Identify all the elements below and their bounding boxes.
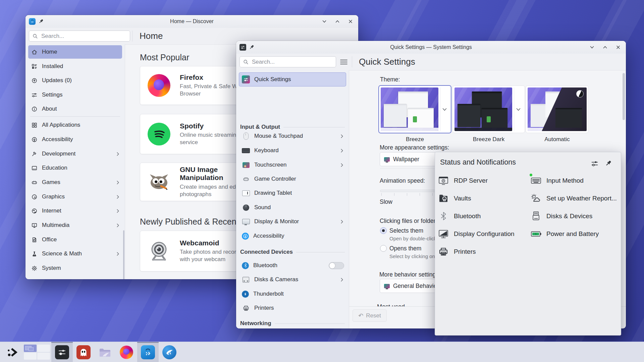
multimedia-icon	[31, 222, 38, 229]
sidebar-item-sound[interactable]: Sound	[239, 201, 346, 214]
pager-desktop-2[interactable]	[37, 345, 50, 352]
sidebar-item-keyboard[interactable]: Keyboard	[239, 144, 346, 157]
settings-window-title: Quick Settings — System Settings	[276, 44, 586, 50]
discover-titlebar[interactable]: Home — Discover	[25, 15, 358, 28]
popup-item-rdp-server[interactable]: RDP Server	[438, 175, 488, 187]
selects-them-label[interactable]: Selects them	[389, 227, 423, 234]
sidebar-item-mouse-touchpad[interactable]: Mouse & Touchpad	[239, 129, 346, 143]
sidebar-item-internet[interactable]: Internet	[28, 204, 122, 218]
usb-drive-icon	[530, 210, 542, 222]
selects-them-radio[interactable]	[380, 227, 387, 234]
theme-name: Breeze Dark	[452, 136, 525, 143]
sidebar-item-quick-settings[interactable]: Quick Settings	[239, 72, 346, 86]
minimize-icon[interactable]	[322, 19, 327, 24]
section-header-networking: Networking	[240, 320, 345, 327]
theme-card-breeze-dark[interactable]	[452, 85, 525, 133]
sidebar-item-all-applications[interactable]: All Applications	[28, 118, 122, 132]
sidebar-item-office[interactable]: Office	[28, 233, 122, 246]
pin-icon[interactable]	[38, 18, 44, 24]
popup-item-printers[interactable]: Printers	[438, 246, 476, 258]
popup-item-bluetooth[interactable]: Bluetooth	[438, 210, 481, 222]
task-firefox[interactable]	[116, 342, 137, 362]
sidebar-item-graphics[interactable]: Graphics	[28, 190, 122, 203]
maximize-icon[interactable]	[603, 45, 607, 50]
sidebar-item-science-math[interactable]: Science & Math	[28, 247, 122, 260]
discover-search[interactable]	[29, 31, 130, 42]
sidebar-item-about[interactable]: About	[28, 102, 122, 116]
app-launcher-icon[interactable]	[5, 345, 19, 359]
close-icon[interactable]	[348, 19, 353, 24]
maximize-icon[interactable]	[335, 19, 340, 24]
grid-icon	[31, 122, 38, 128]
sidebar-item-printers[interactable]: Printers	[239, 301, 346, 315]
popup-item-power-battery[interactable]: Power and Battery	[530, 228, 599, 240]
popup-item-vaults[interactable]: Vaults	[438, 192, 471, 204]
popup-item-display-configuration[interactable]: Display Configuration	[438, 228, 515, 240]
sidebar-item-accessibility[interactable]: Accessibility	[28, 133, 122, 146]
tablet-icon	[242, 189, 250, 197]
popup-item-input-method[interactable]: Input Method	[530, 175, 584, 187]
settings-search-input[interactable]	[251, 58, 332, 66]
close-icon[interactable]	[616, 45, 621, 50]
discover-page-title: Home	[140, 31, 163, 41]
task-file-manager[interactable]	[94, 342, 116, 362]
sidebar-item-system[interactable]: System	[28, 261, 122, 275]
sidebar-item-disks-cameras[interactable]: Disks & Cameras	[239, 273, 346, 286]
configure-icon[interactable]	[591, 160, 599, 168]
bluetooth-toggle[interactable]	[329, 262, 344, 269]
sidebar-item-home[interactable]: Home	[28, 45, 122, 59]
virtual-desktop-pager[interactable]	[24, 345, 50, 360]
pin-icon[interactable]	[605, 160, 612, 167]
sidebar-item-games[interactable]: Games	[28, 176, 122, 189]
sidebar-scrollbar[interactable]	[123, 230, 124, 279]
task-discover[interactable]	[137, 342, 159, 362]
settings-scrollbar[interactable]	[623, 73, 625, 120]
sidebar-item-multimedia[interactable]: Multimedia	[28, 219, 122, 232]
pager-desktop-4[interactable]	[37, 353, 50, 360]
breeze-theme-preview	[381, 87, 438, 131]
keyboard-icon	[242, 146, 250, 155]
pager-desktop-3[interactable]	[24, 353, 37, 360]
info-icon	[31, 106, 38, 112]
popup-item-weather-report[interactable]: Set up Weather Report...	[530, 192, 617, 204]
hammer-icon	[31, 151, 38, 157]
task-system-settings[interactable]	[51, 342, 73, 362]
pager-desktop-1[interactable]	[24, 345, 37, 352]
sidebar-item-education[interactable]: Education	[28, 161, 122, 175]
breeze-dropdown-button[interactable]	[440, 87, 449, 131]
sidebar-item-drawing-tablet[interactable]: Drawing Tablet	[239, 186, 346, 200]
theme-card-breeze[interactable]	[379, 85, 451, 133]
settings-toolbar: Quick Settings	[236, 54, 626, 70]
sidebar-item-game-controller[interactable]: Game Controller	[239, 172, 346, 186]
gimp-app-icon	[148, 171, 170, 193]
sidebar-item-accessibility[interactable]: Accessibility	[239, 229, 346, 243]
settings-titlebar[interactable]: Quick Settings — System Settings	[236, 41, 626, 54]
opens-them-label[interactable]: Opens them	[389, 245, 421, 252]
sidebar-item-installed[interactable]: Installed	[28, 60, 122, 73]
theme-card-automatic[interactable]	[526, 85, 589, 133]
settings-search[interactable]	[239, 56, 336, 67]
display-configuration-icon	[438, 228, 449, 240]
sidebar-item-display-monitor[interactable]: Display & Monitor	[239, 215, 346, 228]
task-ghostwriter[interactable]	[73, 342, 94, 362]
discover-search-input[interactable]	[41, 33, 126, 40]
system-settings-task-icon	[55, 345, 69, 359]
task-falkon[interactable]	[159, 342, 180, 362]
sidebar-item-touchscreen[interactable]: Touchscreen	[239, 158, 346, 172]
monitor-icon	[242, 218, 250, 226]
sidebar-item-updates[interactable]: Updates (0)	[28, 74, 122, 87]
hamburger-menu-icon[interactable]	[339, 59, 348, 65]
chevron-right-icon	[116, 152, 119, 156]
ghostwriter-task-icon	[76, 345, 91, 359]
minimize-icon[interactable]	[590, 45, 594, 50]
opens-them-radio[interactable]	[380, 245, 387, 252]
sidebar-item-thunderbolt[interactable]: Thunderbolt	[239, 287, 346, 301]
breeze-dark-dropdown-button[interactable]	[514, 87, 523, 131]
reset-button[interactable]: ↶ Reset	[353, 309, 387, 322]
sidebar-item-settings[interactable]: Settings	[28, 88, 122, 102]
sidebar-item-bluetooth[interactable]: Bluetooth	[239, 259, 346, 272]
falkon-task-icon	[162, 345, 176, 359]
sidebar-item-development[interactable]: Development	[28, 147, 122, 161]
pin-icon[interactable]	[249, 44, 255, 50]
popup-item-disks-devices[interactable]: Disks & Devices	[530, 210, 592, 222]
